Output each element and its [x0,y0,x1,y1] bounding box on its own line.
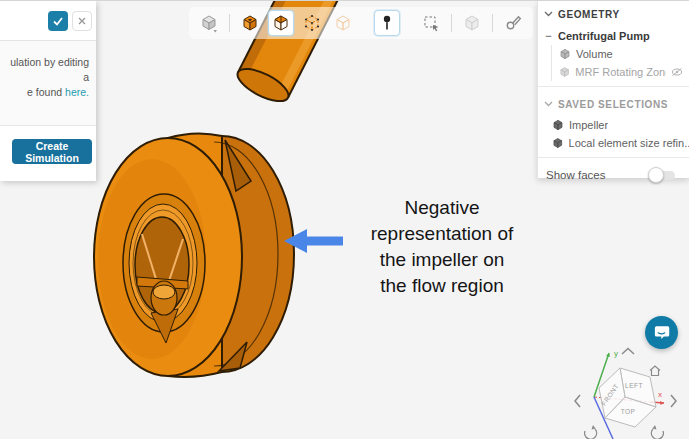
annotation-line: the flow region [350,273,534,299]
mrf-zone-label: MRF Rotating Zone [575,66,666,78]
probe-pin-icon [378,14,396,32]
annotation-line: Negative [350,195,534,221]
tree-item-volume[interactable]: Volume [552,45,689,63]
measure-tool-button[interactable] [500,10,526,36]
toolbar-separator [492,14,493,32]
show-faces-label: Show faces [546,169,605,181]
annotation-line: the impeller on [350,247,534,273]
navigation-cube[interactable]: y x LEFT FRONT TOP [568,345,689,439]
rotate-up-chevron[interactable] [622,349,634,355]
toolbar-separator [229,14,230,32]
mrf-zone-cube-icon [559,66,570,78]
transparent-view-cube-icon [272,14,290,32]
vertices-view-cube-icon [303,14,321,32]
ghost-view-cube-icon [334,14,352,32]
transparent-view-button[interactable] [268,10,294,36]
roll-right-icon[interactable] [651,425,663,439]
local-element-size-label: Local element size refin... [569,137,689,149]
chat-bubble-icon [653,324,670,341]
ghost-view-button[interactable] [330,10,356,36]
here-link[interactable]: here. [65,86,89,98]
dialog-text-line: ulation by editing a [10,56,89,83]
refinement-selection-icon [552,137,564,149]
cube-label-top: TOP [621,408,636,415]
disabled-cube-icon [463,14,481,32]
annotation-text: Negative representation of the impeller … [350,195,534,299]
dialog-header [0,1,96,41]
render-mode-cube-icon [199,13,219,33]
impeller-selection-icon [552,119,564,131]
toggle-knob [648,167,664,183]
solid-view-button[interactable] [237,10,263,36]
annotation-line: representation of [350,221,534,247]
visibility-off-icon[interactable] [671,67,683,77]
box-select-icon [422,14,440,32]
roll-left-icon[interactable] [585,425,597,439]
volume-label: Volume [576,48,613,60]
box-select-button[interactable] [418,10,444,36]
create-simulation-button[interactable]: Create Simulation [12,139,92,164]
home-view-icon[interactable] [650,366,660,376]
viewport-toolbar [189,7,533,39]
volume-cube-icon [559,48,571,60]
tree-item-impeller[interactable]: Impeller [545,116,689,134]
annotation-arrow-icon [280,225,346,257]
y-axis-label: y [614,349,618,358]
simulation-dialog: ulation by editing a e found here. Creat… [0,1,96,181]
saved-selections-header-label: SAVED SELECTIONS [558,99,668,110]
show-faces-row: Show faces [538,163,689,181]
vertices-view-button[interactable] [299,10,325,36]
probe-pin-button[interactable] [374,10,400,36]
tree-item-local-element-size[interactable]: Local element size refin... [545,134,689,152]
x-axis-label: x [658,390,662,399]
toolbar-separator [451,14,452,32]
geometry-section-header[interactable]: GEOMETRY [538,1,689,27]
root-item-label: Centrifugal Pump [558,30,650,42]
panel-divider [538,86,689,87]
disabled-cube-button [459,10,485,36]
chat-support-button[interactable] [645,316,678,349]
close-icon [77,16,87,26]
rotate-left-chevron[interactable] [575,395,580,407]
dialog-text-line: e found [27,86,62,98]
chevron-down-icon [544,11,553,17]
chevron-down-icon [544,101,553,107]
tree-item-mrf-rotating-zone[interactable]: MRF Rotating Zone [552,63,689,81]
cube-label-left: LEFT [625,382,643,389]
show-faces-toggle[interactable] [651,171,675,180]
x-axis-arrow [660,401,664,405]
dialog-footer: Create Simulation [0,125,96,181]
impeller-label: Impeller [569,119,608,131]
solid-view-cube-icon [241,14,259,32]
measure-tool-icon [504,14,522,32]
rotate-right-chevron[interactable] [671,395,676,407]
close-button[interactable] [72,11,92,31]
geometry-header-label: GEOMETRY [558,9,620,20]
app-window: Negative representation of the impeller … [0,0,689,439]
check-icon [52,15,64,27]
confirm-button[interactable] [48,11,68,31]
impeller-geometry [94,133,294,376]
render-mode-button[interactable] [196,10,222,36]
collapse-icon[interactable]: − [544,30,553,42]
saved-selections-list: Impeller Local element size refin... [545,116,689,152]
geometry-tree-panel: GEOMETRY − Centrifugal Pump Volume [537,1,689,178]
panel-divider [538,157,689,158]
dialog-body-text: ulation by editing a e found here. [0,41,96,125]
tree-children: Volume MRF Rotating Zone [551,45,689,81]
tree-item-centrifugal-pump[interactable]: − Centrifugal Pump [538,27,689,45]
saved-selections-header[interactable]: SAVED SELECTIONS [538,92,689,116]
